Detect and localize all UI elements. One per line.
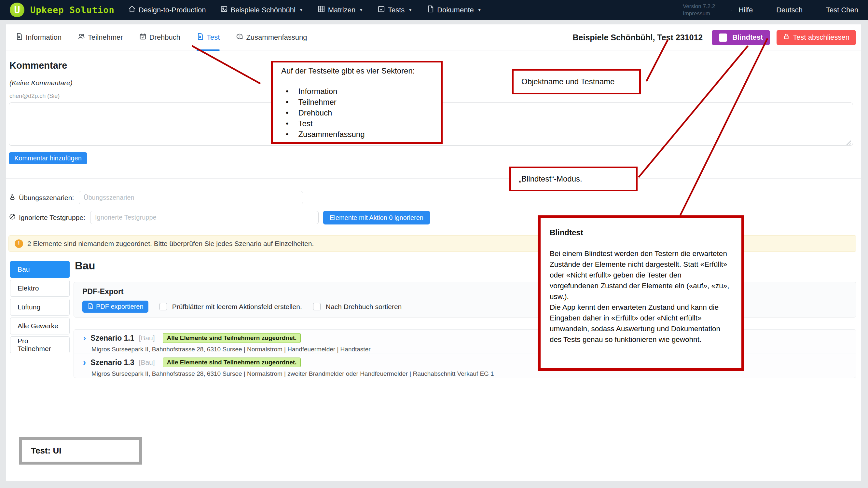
bullet-item: Drehbuch: [298, 107, 332, 118]
scenario-tag: [Bau]: [139, 359, 155, 366]
bullet-item: Information: [298, 86, 337, 97]
question-circle-icon: [728, 5, 736, 14]
sort-by-script-checkbox[interactable]: [313, 303, 320, 311]
comment-author: chen@d2p.ch (Sie): [9, 93, 60, 100]
top-navbar: U Upkeep Solution Design-to-Production B…: [0, 0, 868, 20]
globe-icon: [766, 5, 773, 14]
blank-action-field-checkbox[interactable]: [159, 303, 167, 311]
bullet-icon: •: [286, 129, 288, 139]
bullet-icon: •: [286, 118, 288, 129]
nav-item-label: Matrizen: [328, 6, 355, 14]
blindtest-toggle-button[interactable]: Blindtest: [712, 30, 770, 45]
language-label: Deutsch: [776, 6, 803, 14]
sidebar-item-lueftung[interactable]: Lüftung: [10, 299, 70, 316]
brand[interactable]: U Upkeep Solution: [10, 3, 115, 17]
annotation-sectors-intro: Auf der Testseite gibt es vier Sektoren:: [281, 66, 433, 75]
calendar-check-icon: [139, 33, 147, 42]
scenario-details: Migros Surseepark II, Bahnhofstrasse 28,…: [91, 370, 856, 378]
blindtest-label: Blindtest: [732, 33, 763, 42]
version-text: Version 7.2.2: [683, 3, 715, 10]
pdf-file-icon: [87, 303, 93, 311]
version-info: Version 7.2.2 Impressum: [683, 3, 715, 17]
expand-chevron-icon[interactable]: ›: [83, 359, 86, 366]
app-window: U Upkeep Solution Design-to-Production B…: [0, 0, 868, 488]
bullet-icon: •: [286, 97, 288, 107]
nav-menu: Design-to-Production Beispiele Schönbühl…: [128, 5, 482, 14]
assignment-status-badge: Alle Elemente sind Teilnehmern zugeordne…: [163, 333, 301, 343]
person-icon: [815, 5, 823, 14]
section-divider: [6, 178, 861, 178]
expand-chevron-icon[interactable]: ›: [83, 335, 86, 341]
annotation-blindtest-body-2: Die App kennt den erwarteten Zustand und…: [550, 302, 732, 345]
nav-item-label: Design-to-Production: [138, 6, 206, 14]
file-search-icon: [196, 33, 204, 42]
warning-text: 2 Elemente sind niemandem zugeordnet. Bi…: [27, 240, 314, 248]
practice-scenarios-label-text: Übungsszenarien:: [19, 194, 74, 202]
bullet-item: Test: [298, 118, 312, 129]
annotation-blindtest-mode-box: „Blindtest“-Modus.: [509, 167, 638, 191]
chevron-down-icon: ▼: [477, 7, 482, 12]
sort-by-script-label: Nach Drehbuch sortieren: [326, 303, 402, 311]
username-label: Test Chen: [826, 6, 858, 14]
practice-scenarios-label: Übungsszenarien:: [9, 193, 74, 202]
chevron-down-icon: ▼: [359, 7, 363, 12]
language-menu[interactable]: Deutsch: [766, 5, 803, 14]
annotation-object-name-box: Objektname und Testname: [512, 69, 641, 94]
trade-sidebar: Bau Elektro Lüftung Alle Gewerke Pro Tei…: [10, 261, 70, 355]
eye-off-icon: [9, 213, 16, 222]
home-icon: [128, 5, 136, 14]
nav-item-matrizen[interactable]: Matrizen ▼: [318, 5, 363, 14]
nav-item-beispiele-schoenbuehl[interactable]: Beispiele Schönbühl ▼: [220, 5, 303, 14]
tab-label: Test: [207, 33, 220, 42]
practice-scenarios-input[interactable]: [79, 191, 303, 204]
tab-label: Teilnehmer: [88, 33, 123, 42]
pdf-export-button-label: PDF exportieren: [96, 303, 144, 311]
finish-test-label: Test abschliessen: [793, 33, 849, 42]
scenario-name: Szenario 1.1: [91, 334, 134, 343]
ignored-group-label-text: Ignorierte Testgruppe:: [19, 214, 85, 222]
bullet-icon: •: [286, 86, 288, 97]
tab-information[interactable]: Information: [16, 24, 62, 51]
chevron-down-icon: ▼: [408, 7, 412, 12]
annotation-blindtest-body-1: Bei einem Blindtest werden den Testern d…: [550, 248, 732, 302]
nav-item-dokumente[interactable]: Dokumente ▼: [427, 5, 482, 14]
nav-item-design-to-production[interactable]: Design-to-Production: [128, 5, 206, 14]
tab-label: Information: [26, 33, 62, 42]
sidebar-item-elektro[interactable]: Elektro: [10, 280, 70, 297]
upkeep-logo-icon: U: [10, 3, 24, 17]
no-comments-text: (Keine Kommentare): [9, 79, 72, 87]
annotation-blindtest-info-box: Blindtest Bei einem Blindtest werden den…: [538, 215, 744, 371]
nav-item-tests[interactable]: Tests ▼: [377, 5, 412, 14]
finish-test-button[interactable]: Test abschliessen: [777, 30, 856, 45]
help-label: Hilfe: [739, 6, 753, 14]
nav-item-label: Tests: [388, 6, 405, 14]
sidebar-item-alle-gewerke[interactable]: Alle Gewerke: [10, 318, 70, 334]
user-menu[interactable]: Test Chen: [815, 5, 858, 14]
section-title: Bau: [75, 260, 95, 272]
image-icon: [220, 5, 228, 14]
tab-drehbuch[interactable]: Drehbuch: [139, 24, 180, 51]
tab-test[interactable]: Test: [196, 24, 220, 51]
bullet-icon: •: [286, 107, 288, 118]
tab-zusammenfassung[interactable]: Zusammenfassung: [236, 24, 307, 51]
nav-item-label: Dokumente: [437, 6, 474, 14]
ignore-action-zero-button[interactable]: Elemente mit Aktion 0 ignorieren: [323, 211, 430, 225]
tab-teilnehmer[interactable]: Teilnehmer: [78, 24, 123, 51]
lock-icon: [783, 33, 789, 42]
file-icon: [427, 5, 434, 14]
ignored-group-input[interactable]: [90, 211, 319, 224]
check-square-icon: [377, 5, 385, 14]
sidebar-item-bau[interactable]: Bau: [10, 261, 70, 278]
tab-bar: Information Teilnehmer Drehbuch Test Zus…: [6, 24, 861, 51]
scenario-tag: [Bau]: [139, 334, 155, 342]
add-comment-button[interactable]: Kommentar hinzufügen: [9, 152, 87, 164]
annotation-sectors-box: Auf der Testseite gibt es vier Sektoren:…: [271, 61, 443, 144]
blindtest-checkbox[interactable]: [719, 33, 727, 42]
pdf-export-button[interactable]: PDF exportieren: [82, 301, 148, 313]
people-icon: [78, 33, 85, 42]
help-menu[interactable]: Hilfe: [728, 5, 753, 14]
impressum-link[interactable]: Impressum: [683, 10, 715, 17]
grid-icon: [318, 5, 325, 14]
sidebar-item-pro-teilnehmer[interactable]: Pro Teilnehmer: [10, 336, 70, 353]
tab-actions: Beispiele Schönbühl, Test 231012 Blindte…: [573, 24, 856, 51]
